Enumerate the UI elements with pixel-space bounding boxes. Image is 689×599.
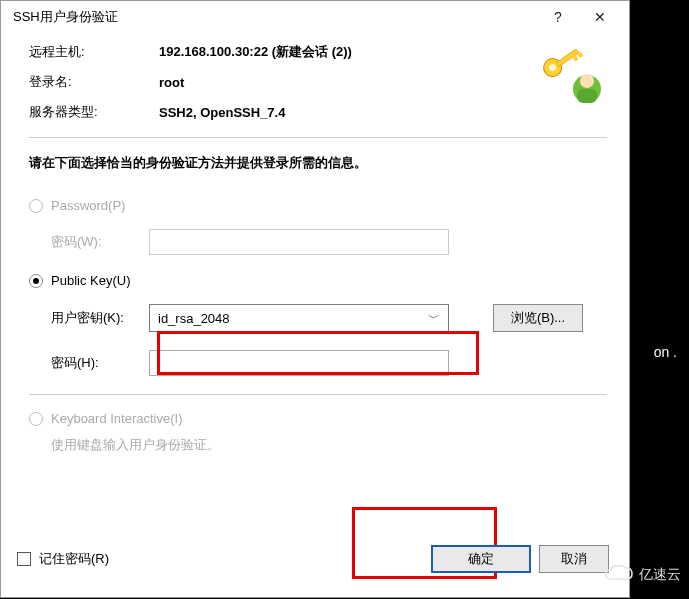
- login-value: root: [159, 75, 517, 90]
- ssh-auth-dialog: SSH用户身份验证 ? ✕ 远程主机: 192.168.100.30:22 (新…: [0, 0, 630, 598]
- password-field-label: 密码(W):: [51, 233, 137, 251]
- keyboard-radio[interactable]: [29, 412, 43, 426]
- keyboard-radio-label: Keyboard Interactive(I): [51, 411, 183, 426]
- password-section: Password(P) 密码(W):: [29, 198, 607, 255]
- passphrase-input[interactable]: [149, 350, 449, 376]
- watermark: 亿速云: [605, 564, 681, 585]
- keyboard-hint: 使用键盘输入用户身份验证。: [51, 436, 607, 454]
- passphrase-label: 密码(H):: [51, 354, 137, 372]
- bottom-bar: 记住密码(R) 确定 取消: [17, 545, 609, 573]
- close-button[interactable]: ✕: [579, 3, 621, 31]
- publickey-radio[interactable]: [29, 274, 43, 288]
- help-button[interactable]: ?: [537, 3, 579, 31]
- svg-rect-2: [577, 89, 597, 103]
- dialog-title: SSH用户身份验证: [13, 8, 537, 26]
- publickey-radio-label: Public Key(U): [51, 273, 130, 288]
- cloud-icon: [605, 564, 633, 585]
- password-input: [149, 229, 449, 255]
- key-user-icon: [517, 49, 607, 115]
- divider-top: [29, 137, 607, 138]
- server-type-value: SSH2, OpenSSH_7.4: [159, 105, 517, 120]
- divider-mid: [29, 394, 607, 395]
- chevron-down-icon: ﹀: [428, 310, 440, 327]
- cancel-button[interactable]: 取消: [539, 545, 609, 573]
- user-key-label: 用户密钥(K):: [51, 309, 137, 327]
- server-type-label: 服务器类型:: [29, 103, 159, 121]
- svg-point-1: [580, 74, 594, 88]
- keyboard-interactive-section: Keyboard Interactive(I) 使用键盘输入用户身份验证。: [29, 411, 607, 454]
- remember-password-checkbox[interactable]: [17, 552, 31, 566]
- remote-host-value: 192.168.100.30:22 (新建会话 (2)): [159, 43, 517, 61]
- password-radio[interactable]: [29, 199, 43, 213]
- user-key-select[interactable]: id_rsa_2048 ﹀: [149, 304, 449, 332]
- password-radio-label: Password(P): [51, 198, 125, 213]
- ok-button[interactable]: 确定: [431, 545, 531, 573]
- user-key-value: id_rsa_2048: [158, 311, 230, 326]
- publickey-section: Public Key(U) 用户密钥(K): id_rsa_2048 ﹀ 浏览(…: [29, 273, 607, 376]
- instruction-text: 请在下面选择恰当的身份验证方法并提供登录所需的信息。: [29, 154, 607, 172]
- login-label: 登录名:: [29, 73, 159, 91]
- remote-host-label: 远程主机:: [29, 43, 159, 61]
- remember-password-label: 记住密码(R): [39, 550, 109, 568]
- browse-button[interactable]: 浏览(B)...: [493, 304, 583, 332]
- titlebar: SSH用户身份验证 ? ✕: [1, 1, 629, 33]
- background-terminal-text: on .: [654, 344, 677, 360]
